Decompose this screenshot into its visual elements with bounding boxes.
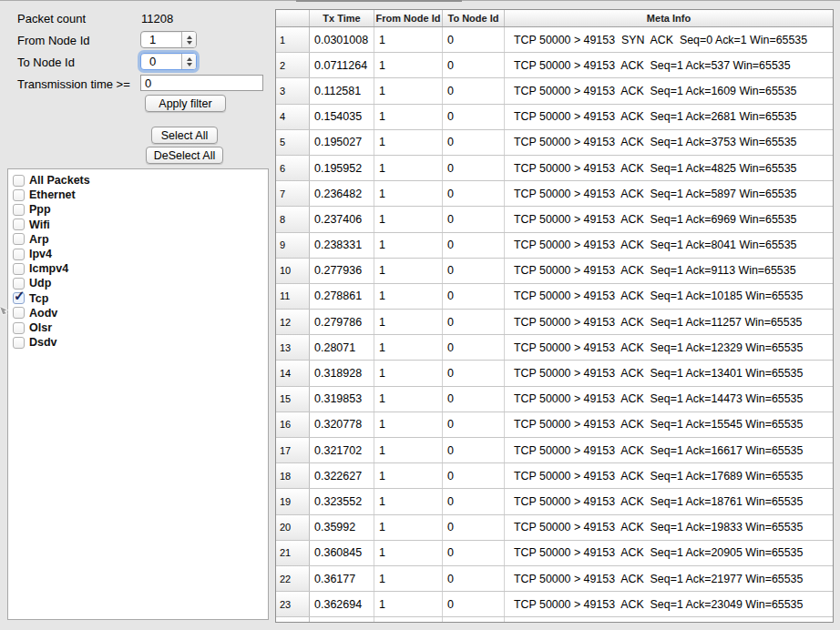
row-number-cell: 9 xyxy=(276,233,310,258)
meta-info-cell: TCP 50000 > 49153 ACK Seq=1 Ack=11257 Wi… xyxy=(505,310,833,334)
to-node-cell: 0 xyxy=(443,335,505,360)
table-row[interactable]: 220.3617710TCP 50000 > 49153 ACK Seq=1 A… xyxy=(276,566,833,592)
row-number-cell: 8 xyxy=(276,207,310,231)
filter-item-wifi[interactable]: ✓Wifi xyxy=(13,218,50,232)
checkbox-unchecked-icon[interactable]: ✓ xyxy=(13,337,25,349)
filter-item-tcp[interactable]: ✓Tcp xyxy=(13,291,48,306)
deselect-all-button[interactable]: DeSelect All xyxy=(146,147,223,164)
packet-table: Tx Time From Node Id To Node Id Meta Inf… xyxy=(275,9,834,623)
row-number-cell: 2 xyxy=(276,53,310,77)
table-row[interactable]: 160.32077810TCP 50000 > 49153 ACK Seq=1 … xyxy=(276,412,833,438)
checkbox-unchecked-icon[interactable]: ✓ xyxy=(13,263,25,275)
tx-time-cell: 0.237406 xyxy=(310,207,374,231)
row-number-cell: 21 xyxy=(276,541,310,565)
select-all-button[interactable]: Select All xyxy=(151,127,218,144)
meta-info-cell: TCP 50000 > 49153 ACK Seq=1 Ack=17689 Wi… xyxy=(505,463,833,488)
filter-item-all-packets[interactable]: ✓All Packets xyxy=(13,173,90,188)
table-row[interactable]: 50.19502710TCP 50000 > 49153 ACK Seq=1 A… xyxy=(276,130,833,156)
table-row[interactable]: 100.27793610TCP 50000 > 49153 ACK Seq=1 … xyxy=(276,259,833,284)
from-node-cell: 1 xyxy=(374,361,443,385)
table-row[interactable]: 190.32355210TCP 50000 > 49153 ACK Seq=1 … xyxy=(276,489,833,514)
from-node-cell: 1 xyxy=(374,78,443,103)
header-row-number[interactable] xyxy=(276,10,310,26)
to-node-cell: 0 xyxy=(443,207,505,231)
to-node-cell: 0 xyxy=(443,105,505,129)
meta-info-cell: TCP 50000 > 49153 ACK Seq=1 Ack=20905 Wi… xyxy=(505,541,833,565)
stepper-arrows-icon[interactable] xyxy=(181,32,196,47)
filter-item-ethernet[interactable]: ✓Ethernet xyxy=(13,188,76,202)
checkbox-unchecked-icon[interactable]: ✓ xyxy=(13,307,25,319)
to-node-cell: 0 xyxy=(443,463,505,488)
from-node-cell: 1 xyxy=(374,130,443,155)
table-row[interactable]: 30.11258110TCP 50000 > 49153 ACK Seq=1 A… xyxy=(276,78,833,104)
table-header-row: Tx Time From Node Id To Node Id Meta Inf… xyxy=(276,10,833,27)
header-tx-time[interactable]: Tx Time xyxy=(310,10,374,26)
table-row[interactable]: 140.31892810TCP 50000 > 49153 ACK Seq=1 … xyxy=(276,361,833,386)
header-meta-info[interactable]: Meta Info xyxy=(505,10,833,26)
filter-item-olsr[interactable]: ✓Olsr xyxy=(13,320,52,335)
stepper-arrows-icon[interactable] xyxy=(181,54,196,69)
filter-item-ipv4[interactable]: ✓Ipv4 xyxy=(13,247,52,261)
meta-info-cell: TCP 50000 > 49153 SYN ACK Seq=0 Ack=1 Wi… xyxy=(505,27,833,52)
row-number-cell: 14 xyxy=(276,361,310,385)
table-row[interactable]: 230.36269410TCP 50000 > 49153 ACK Seq=1 … xyxy=(276,592,833,617)
header-from-node[interactable]: From Node Id xyxy=(374,10,443,26)
checkbox-unchecked-icon[interactable]: ✓ xyxy=(13,249,25,260)
from-node-cell: 1 xyxy=(374,566,443,591)
filter-item-label: Tcp xyxy=(29,292,48,305)
table-row[interactable]: 60.19595210TCP 50000 > 49153 ACK Seq=1 A… xyxy=(276,156,833,181)
checkmark-icon: ✓ xyxy=(14,288,26,304)
checkbox-unchecked-icon[interactable]: ✓ xyxy=(13,218,25,230)
meta-info-cell xyxy=(505,617,833,623)
to-node-spinner[interactable]: 0 xyxy=(140,53,197,70)
table-row[interactable]: 20.071126410TCP 50000 > 49153 ACK Seq=1 … xyxy=(276,53,833,78)
filter-item-label: Arp xyxy=(29,233,49,246)
row-number-cell: 22 xyxy=(276,566,310,591)
checkbox-unchecked-icon[interactable]: ✓ xyxy=(13,233,25,245)
table-row[interactable]: 80.23740610TCP 50000 > 49153 ACK Seq=1 A… xyxy=(276,207,833,232)
table-row[interactable]: 70.23648210TCP 50000 > 49153 ACK Seq=1 A… xyxy=(276,181,833,207)
checkbox-unchecked-icon[interactable]: ✓ xyxy=(13,204,25,216)
to-node-cell: 0 xyxy=(443,233,505,258)
from-node-cell: 1 xyxy=(374,541,443,565)
table-row-partial[interactable] xyxy=(276,617,833,623)
row-number-cell: 12 xyxy=(276,310,310,334)
checkbox-unchecked-icon[interactable]: ✓ xyxy=(13,189,25,201)
table-row[interactable]: 10.030100810TCP 50000 > 49153 SYN ACK Se… xyxy=(276,27,833,53)
table-row[interactable]: 170.32170210TCP 50000 > 49153 ACK Seq=1 … xyxy=(276,438,833,463)
from-node-spinner[interactable]: 1 xyxy=(140,31,197,48)
meta-info-cell: TCP 50000 > 49153 ACK Seq=1 Ack=16617 Wi… xyxy=(505,438,833,462)
apply-filter-button[interactable]: Apply filter xyxy=(145,95,226,112)
filter-item-ppp[interactable]: ✓Ppp xyxy=(13,202,51,217)
meta-info-cell: TCP 50000 > 49153 ACK Seq=1 Ack=18761 Wi… xyxy=(505,489,833,513)
filter-item-dsdv[interactable]: ✓Dsdv xyxy=(13,335,57,350)
to-node-label: To Node Id xyxy=(17,56,75,69)
packet-count-value: 11208 xyxy=(141,12,173,25)
table-row[interactable]: 90.23833110TCP 50000 > 49153 ACK Seq=1 A… xyxy=(276,233,833,259)
tx-time-cell: 0.321702 xyxy=(310,438,374,462)
tx-time-cell: 0.360845 xyxy=(310,541,374,565)
tx-time-input[interactable] xyxy=(140,75,263,91)
table-row[interactable]: 150.31985310TCP 50000 > 49153 ACK Seq=1 … xyxy=(276,387,833,412)
filter-item-label: All Packets xyxy=(29,174,90,187)
filter-item-arp[interactable]: ✓Arp xyxy=(13,232,49,247)
table-row[interactable]: 110.27886110TCP 50000 > 49153 ACK Seq=1 … xyxy=(276,284,833,310)
header-to-node[interactable]: To Node Id xyxy=(443,10,505,26)
filter-item-aodv[interactable]: ✓Aodv xyxy=(13,306,57,320)
filter-item-icmpv4[interactable]: ✓Icmpv4 xyxy=(13,261,68,276)
row-number-cell: 11 xyxy=(276,284,310,309)
table-row[interactable]: 210.36084510TCP 50000 > 49153 ACK Seq=1 … xyxy=(276,541,833,566)
table-row[interactable]: 130.2807110TCP 50000 > 49153 ACK Seq=1 A… xyxy=(276,335,833,361)
filter-item-label: Aodv xyxy=(29,307,57,320)
checkbox-checked-icon[interactable]: ✓ xyxy=(13,292,25,304)
mouse-cursor-icon xyxy=(0,304,9,315)
checkbox-unchecked-icon[interactable]: ✓ xyxy=(13,175,25,187)
checkbox-unchecked-icon[interactable]: ✓ xyxy=(13,322,25,334)
table-row[interactable]: 120.27978610TCP 50000 > 49153 ACK Seq=1 … xyxy=(276,310,833,335)
table-row[interactable]: 40.15403510TCP 50000 > 49153 ACK Seq=1 A… xyxy=(276,105,833,130)
from-node-cell: 1 xyxy=(374,27,443,52)
meta-info-cell: TCP 50000 > 49153 ACK Seq=1 Ack=9113 Win… xyxy=(505,259,833,283)
table-row[interactable]: 180.32262710TCP 50000 > 49153 ACK Seq=1 … xyxy=(276,463,833,489)
table-row[interactable]: 200.3599210TCP 50000 > 49153 ACK Seq=1 A… xyxy=(276,515,833,541)
to-node-cell: 0 xyxy=(443,489,505,513)
